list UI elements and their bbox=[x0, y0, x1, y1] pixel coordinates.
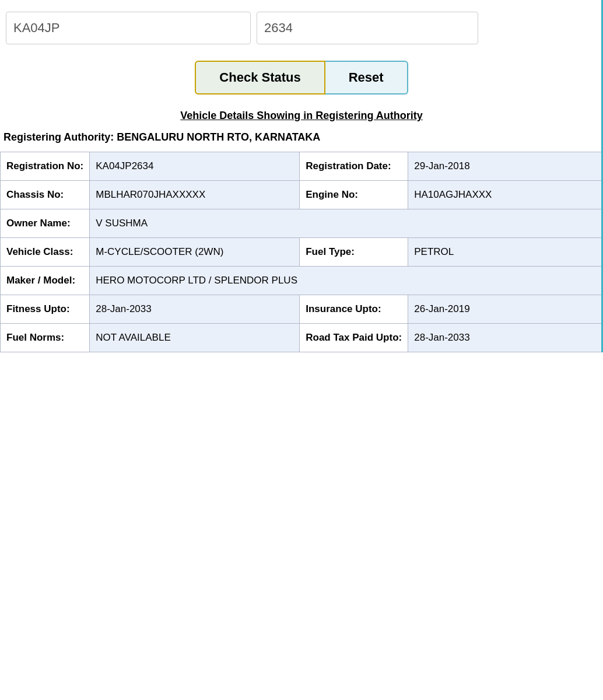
row-label1-1: Chassis No: bbox=[1, 181, 90, 209]
authority-value: BENGALURU NORTH RTO, KARNATAKA bbox=[117, 131, 320, 143]
row-value2-1: HA10AGJHAXXX bbox=[408, 181, 603, 209]
registration-input[interactable] bbox=[6, 12, 251, 44]
number-input[interactable] bbox=[257, 12, 478, 44]
row-label1-0: Registration No: bbox=[1, 152, 90, 181]
row-label2-3: Fuel Type: bbox=[300, 238, 408, 267]
check-status-button[interactable]: Check Status bbox=[195, 61, 325, 94]
page-wrapper: Check Status Reset Vehicle Details Showi… bbox=[0, 0, 603, 352]
row-value1-3: M-CYCLE/SCOOTER (2WN) bbox=[90, 238, 300, 267]
row-value-4: HERO MOTOCORP LTD / SPLENDOR PLUS bbox=[90, 267, 603, 295]
row-label-4: Maker / Model: bbox=[1, 267, 90, 295]
vehicle-details-table: Registration No: KA04JP2634 Registration… bbox=[0, 152, 603, 352]
row-label1-3: Vehicle Class: bbox=[1, 238, 90, 267]
table-row: Owner Name: V SUSHMA bbox=[1, 209, 603, 238]
input-row bbox=[0, 0, 603, 50]
row-label2-6: Road Tax Paid Upto: bbox=[300, 324, 408, 352]
authority-line: Registering Authority: BENGALURU NORTH R… bbox=[0, 127, 603, 152]
row-value-2: V SUSHMA bbox=[90, 209, 603, 238]
table-row: Registration No: KA04JP2634 Registration… bbox=[1, 152, 603, 181]
row-value2-6: 28-Jan-2033 bbox=[408, 324, 603, 352]
row-label1-6: Fuel Norms: bbox=[1, 324, 90, 352]
row-value2-0: 29-Jan-2018 bbox=[408, 152, 603, 181]
row-label1-5: Fitness Upto: bbox=[1, 295, 90, 324]
section-title: Vehicle Details Showing in Registering A… bbox=[0, 100, 603, 127]
table-row: Vehicle Class: M-CYCLE/SCOOTER (2WN) Fue… bbox=[1, 238, 603, 267]
row-value1-5: 28-Jan-2033 bbox=[90, 295, 300, 324]
row-value1-0: KA04JP2634 bbox=[90, 152, 300, 181]
row-label2-1: Engine No: bbox=[300, 181, 408, 209]
row-label-2: Owner Name: bbox=[1, 209, 90, 238]
authority-label: Registering Authority: bbox=[3, 131, 114, 143]
row-label2-0: Registration Date: bbox=[300, 152, 408, 181]
row-value2-5: 26-Jan-2019 bbox=[408, 295, 603, 324]
table-row: Maker / Model: HERO MOTOCORP LTD / SPLEN… bbox=[1, 267, 603, 295]
row-label2-5: Insurance Upto: bbox=[300, 295, 408, 324]
reset-button[interactable]: Reset bbox=[325, 61, 408, 94]
row-value1-1: MBLHAR070JHAXXXXX bbox=[90, 181, 300, 209]
row-value1-6: NOT AVAILABLE bbox=[90, 324, 300, 352]
table-row: Chassis No: MBLHAR070JHAXXXXX Engine No:… bbox=[1, 181, 603, 209]
table-row: Fitness Upto: 28-Jan-2033 Insurance Upto… bbox=[1, 295, 603, 324]
row-value2-3: PETROL bbox=[408, 238, 603, 267]
button-row: Check Status Reset bbox=[0, 50, 603, 100]
table-row: Fuel Norms: NOT AVAILABLE Road Tax Paid … bbox=[1, 324, 603, 352]
